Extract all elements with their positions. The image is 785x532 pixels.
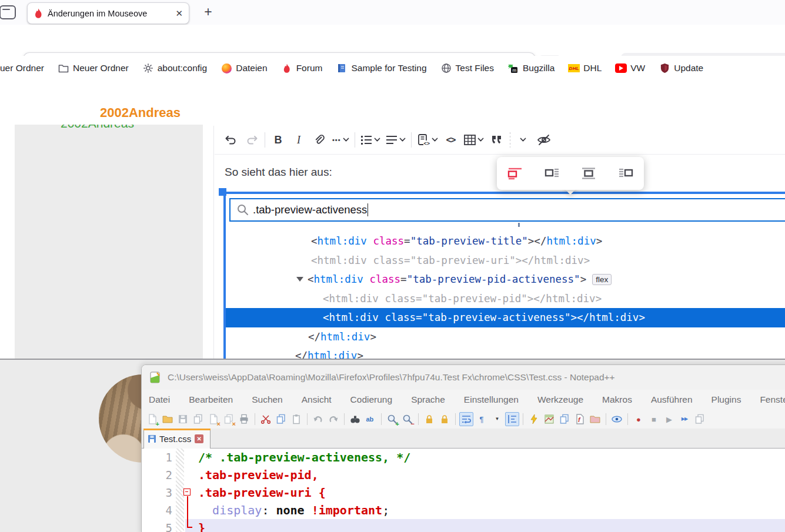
- print-button[interactable]: [237, 412, 251, 426]
- notepadpp-titlebar[interactable]: C:\Users\weiss\AppData\Roaming\Mozilla\F…: [142, 365, 785, 390]
- copy-button[interactable]: [274, 412, 288, 426]
- symbols-menu-button[interactable]: ▼: [490, 412, 504, 426]
- markup-row[interactable]: </html:div>: [226, 327, 785, 347]
- sync-horizontal-button[interactable]: [437, 412, 452, 426]
- code-line-1[interactable]: 1/* .tab-preview-activeness, */: [142, 449, 785, 466]
- undo-button[interactable]: [311, 412, 325, 426]
- hide-content-button[interactable]: [536, 131, 552, 149]
- second-post-author-name[interactable]: 2002Andreas: [100, 105, 181, 121]
- save-all-button[interactable]: [191, 412, 205, 426]
- replace-button[interactable]: ab: [363, 412, 378, 426]
- undo-button[interactable]: [223, 131, 239, 149]
- macro-stop-button[interactable]: ■: [647, 412, 661, 426]
- image-inline-left-button[interactable]: [545, 167, 560, 180]
- tab-close-icon[interactable]: ✕: [175, 8, 183, 19]
- view-monitor-button[interactable]: [610, 412, 624, 426]
- sync-vertical-button[interactable]: [422, 412, 436, 426]
- inline-code-button[interactable]: <>: [443, 131, 459, 149]
- tab-close-icon[interactable]: ✕: [195, 434, 203, 443]
- macro-save-button[interactable]: [693, 412, 707, 426]
- paste-button[interactable]: [289, 412, 303, 426]
- link-button[interactable]: [312, 131, 327, 149]
- insert-template-button[interactable]: <>: [417, 131, 438, 149]
- close-all-button[interactable]: ×: [222, 412, 236, 426]
- open-file-button[interactable]: [161, 412, 175, 426]
- menu-ansicht[interactable]: Ansicht: [302, 394, 332, 405]
- expand-arrow-icon[interactable]: [296, 277, 303, 282]
- notepadpp-tab-testcss[interactable]: Test.css ✕: [143, 429, 211, 449]
- show-symbols-button[interactable]: ¶: [475, 412, 489, 426]
- block-format-dropdown[interactable]: [516, 131, 531, 149]
- macro-play-button[interactable]: ▶: [662, 412, 676, 426]
- zoom-in-button[interactable]: +: [385, 412, 399, 426]
- redo-button[interactable]: [326, 412, 340, 426]
- menu-datei[interactable]: Datei: [149, 394, 170, 405]
- menu-fenster[interactable]: Fenster: [760, 394, 785, 405]
- bookmark-item-test-files[interactable]: Test Files: [440, 62, 494, 74]
- menu-bearbeiten[interactable]: Bearbeiten: [189, 394, 233, 405]
- italic-button[interactable]: I: [291, 131, 306, 149]
- firefox-view-icon[interactable]: [0, 4, 18, 21]
- bookmark-item-vw[interactable]: VW: [615, 62, 645, 74]
- bookmark-item-bugzilla[interactable]: mBugzilla: [507, 62, 554, 74]
- new-file-button[interactable]: +: [145, 412, 159, 426]
- find-button[interactable]: [348, 412, 362, 426]
- folder-workspace-button[interactable]: [588, 412, 602, 426]
- code-line-4[interactable]: 4 display: none !important;: [142, 501, 785, 519]
- redo-button[interactable]: [244, 131, 259, 149]
- new-tab-button[interactable]: +: [199, 3, 218, 22]
- embedded-devtools-screenshot[interactable]: .tab-preview-activeness <html:div class=…: [223, 192, 785, 359]
- post-author-name[interactable]: 2002Andreas: [61, 125, 134, 131]
- close-file-button[interactable]: ×: [206, 412, 221, 426]
- bookmark-item-dhl[interactable]: DHLDHL: [568, 62, 602, 74]
- cut-button[interactable]: [259, 412, 273, 426]
- code-line-5[interactable]: 5}: [142, 519, 785, 532]
- run-script-button[interactable]: f: [573, 412, 587, 426]
- menu-einstellungen[interactable]: Einstellungen: [464, 394, 519, 405]
- image-resize-handle[interactable]: [219, 188, 226, 196]
- bookmark-item-dateien[interactable]: Dateien: [221, 62, 267, 74]
- bookmark-item-about-config[interactable]: about:config: [142, 62, 207, 74]
- quote-button[interactable]: [489, 131, 505, 149]
- markup-row[interactable]: <html:div class="tab-preview-pid"></html…: [226, 289, 785, 309]
- macro-ffwd-button[interactable]: ▶▶: [677, 412, 692, 426]
- image-float-left-button[interactable]: [507, 167, 523, 180]
- table-button[interactable]: [464, 131, 484, 149]
- bookmark-item-neuer-ordner[interactable]: Neuer Ordner: [58, 62, 129, 74]
- notepadpp-editor[interactable]: 1/* .tab-preview-activeness, */2.tab-pre…: [142, 449, 785, 532]
- browser-tab[interactable]: Änderungen im Mouseove ✕: [27, 2, 189, 24]
- markup-row[interactable]: </html:div>: [226, 346, 785, 359]
- menu-werkzeuge[interactable]: Werkzeuge: [537, 394, 583, 405]
- markup-row[interactable]: <html:div class="tab-preview-activeness"…: [226, 308, 785, 327]
- bookmark-item-update[interactable]: Update: [659, 62, 703, 74]
- bold-button[interactable]: B: [270, 131, 286, 149]
- more-formats-button[interactable]: •••: [332, 131, 349, 149]
- markup-row[interactable]: <html:div class="tab-preview-title"></ht…: [226, 232, 785, 251]
- code-line-2[interactable]: 2.tab-preview-pid,: [142, 466, 785, 484]
- menu-plugins[interactable]: Plugins: [711, 394, 741, 405]
- save-file-button[interactable]: [176, 412, 190, 426]
- markup-row[interactable]: <html:div class="tab-preview-uri"></html…: [226, 251, 785, 270]
- word-wrap-button[interactable]: [459, 412, 473, 426]
- menu-makros[interactable]: Makros: [602, 394, 632, 405]
- bookmark-item-uer-ordner[interactable]: uer Ordner: [0, 63, 44, 73]
- flex-badge[interactable]: flex: [592, 274, 612, 285]
- document-map-button[interactable]: [542, 412, 556, 426]
- fold-collapse-icon[interactable]: [183, 488, 191, 496]
- markup-row[interactable]: <html:div class="tab-preview-pid-activen…: [226, 270, 785, 289]
- menu-sprache[interactable]: Sprache: [411, 394, 445, 405]
- menu-ausführen[interactable]: Ausführen: [651, 394, 693, 405]
- function-list-button[interactable]: [527, 412, 541, 426]
- document-switcher-button[interactable]: [557, 412, 572, 426]
- list-button[interactable]: [360, 131, 380, 149]
- indent-guides-button[interactable]: [505, 412, 519, 426]
- image-center-button[interactable]: [581, 167, 596, 180]
- menu-suchen[interactable]: Suchen: [252, 394, 283, 405]
- macro-record-button[interactable]: ●: [632, 412, 646, 426]
- bookmark-item-forum[interactable]: Forum: [281, 62, 323, 74]
- code-line-3[interactable]: 3.tab-preview-uri {: [142, 484, 785, 501]
- align-button[interactable]: [386, 131, 406, 149]
- devtools-search-input[interactable]: .tab-preview-activeness: [229, 198, 785, 222]
- menu-codierung[interactable]: Codierung: [350, 394, 393, 405]
- bookmark-item-sample-for-testing[interactable]: Sample for Testing: [336, 62, 426, 74]
